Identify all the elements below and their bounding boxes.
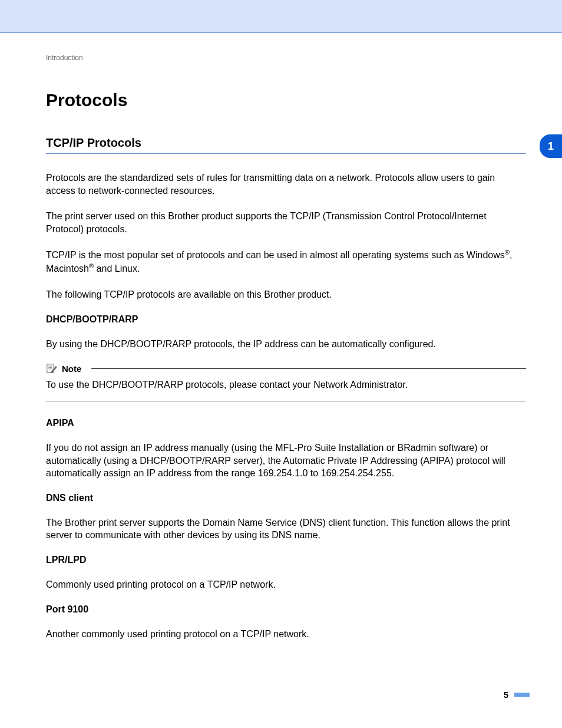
note-icon [46,363,58,374]
note-label: Note [62,364,87,374]
page-marker [514,693,530,697]
intro-para-2: The print server used on this Brother pr… [46,210,526,235]
body-apipa: If you do not assign an IP address manua… [46,442,526,480]
note-bottom-rule [46,401,526,401]
registered-mark: ® [505,249,510,256]
section-title-tcpip: TCP/IP Protocols [46,136,526,150]
os-prefix: TCP/IP is the most popular set of protoc… [46,251,505,261]
page-footer: 5 [504,690,530,700]
intro-para-os: TCP/IP is the most popular set of protoc… [46,248,526,275]
intro-para-4: The following TCP/IP protocols are avail… [46,288,526,301]
page-content: Introduction Protocols TCP/IP Protocols … [0,33,562,640]
page-title: Protocols [46,90,526,110]
note-block: Note To use the DHCP/BOOTP/RARP protocol… [46,363,526,401]
os-suffix: and Linux. [94,264,140,274]
note-top-rule [91,368,526,369]
heading-lpr: LPR/LPD [46,555,526,565]
header-band [0,0,562,33]
body-lpr: Commonly used printing protocol on a TCP… [46,578,526,591]
body-dns: The Brother print server supports the Do… [46,516,526,542]
page-number: 5 [504,690,508,700]
breadcrumb: Introduction [46,54,526,62]
registered-mark: ® [89,262,94,269]
heading-port9100: Port 9100 [46,604,526,615]
section-rule [46,153,526,154]
heading-dhcp: DHCP/BOOTP/RARP [46,314,526,325]
body-port9100: Another commonly used printing protocol … [46,628,526,641]
heading-apipa: APIPA [46,418,526,429]
body-dhcp: By using the DHCP/BOOTP/RARP protocols, … [46,338,526,351]
heading-dns: DNS client [46,493,526,503]
intro-para-1: Protocols are the standardized sets of r… [46,172,526,197]
note-body: To use the DHCP/BOOTP/RARP protocols, pl… [46,378,526,391]
